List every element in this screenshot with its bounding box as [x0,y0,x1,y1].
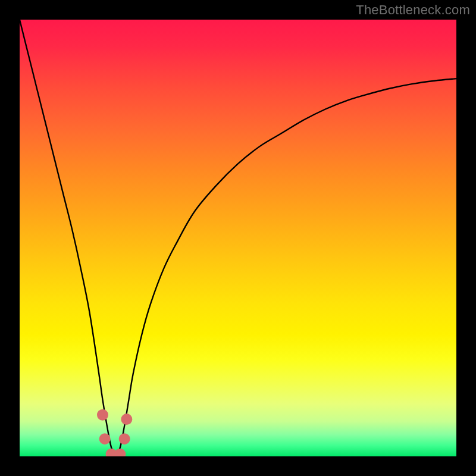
highlight-dot [97,409,108,421]
curve-segment [115,79,456,456]
curve-layer [20,20,456,456]
bottleneck-curve [20,20,456,456]
highlight-dots [97,409,132,456]
highlight-dot [119,433,130,444]
highlight-dot [121,414,132,425]
watermark-text: TheBottleneck.com [356,2,470,18]
chart-frame: TheBottleneck.com [0,0,476,476]
curve-segment [20,20,115,456]
highlight-dot [114,449,126,456]
plot-area [20,20,456,456]
highlight-dot [99,433,111,444]
